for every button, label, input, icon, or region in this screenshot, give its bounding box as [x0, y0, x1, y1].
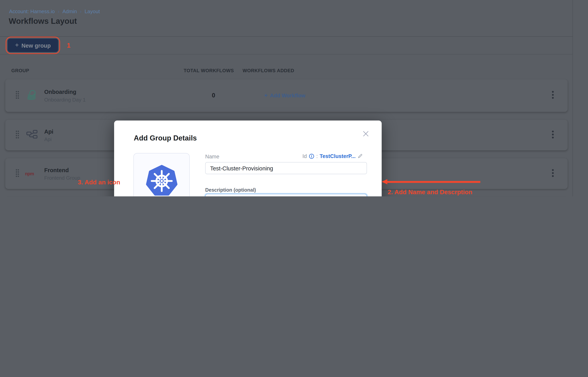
group-subtitle: Frontend Group: [44, 175, 80, 181]
group-name-block: Api Api: [44, 128, 53, 142]
id-row: Id : TestClusterP...: [303, 153, 363, 159]
close-icon[interactable]: [363, 130, 370, 138]
annotation-arrow-shaft: [387, 181, 480, 183]
name-label: Name: [205, 153, 219, 160]
group-name-block: Frontend Frontend Group: [44, 167, 80, 181]
row-menu-icon[interactable]: [551, 169, 554, 178]
plus-icon: +: [264, 92, 268, 99]
group-name-block: Onboarding Onboarding Day 1: [44, 89, 86, 103]
group-name: Onboarding: [44, 89, 86, 95]
add-workflow-link[interactable]: + Add Workflow: [264, 92, 306, 99]
annotation-step2: 2. Add Name and Descrption: [388, 188, 472, 196]
breadcrumb-account-link[interactable]: Account: Harness.io: [9, 9, 55, 14]
row-menu-icon[interactable]: [551, 130, 554, 140]
id-label: Id: [303, 153, 307, 159]
annotation-step3: 3. Add an icon: [78, 179, 120, 186]
right-panel-divider: [572, 0, 573, 196]
page-title: Workflows Layout: [9, 17, 77, 25]
breadcrumb-separator: ›: [58, 9, 59, 14]
breadcrumb-layout-link[interactable]: Layout: [85, 9, 100, 14]
group-subtitle: Api: [44, 136, 53, 142]
toolbar-divider: [0, 54, 573, 55]
drag-handle-icon[interactable]: [15, 168, 20, 179]
description-label: Description (optional): [205, 187, 256, 193]
drag-handle-icon[interactable]: [15, 90, 20, 101]
annotation-step1: 1: [67, 42, 71, 49]
column-header-total-workflows: TOTAL WORKFLOWS: [184, 68, 234, 73]
table-row: Onboarding Onboarding Day 1 0 + Add Work…: [5, 79, 567, 112]
workflows-layout-page: Account: Harness.io › Admin › Layout Wor…: [0, 0, 588, 196]
breadcrumb-admin-link[interactable]: Admin: [62, 9, 77, 14]
sitemap-icon: [26, 128, 38, 142]
kubernetes-icon: [145, 165, 178, 196]
group-name-input[interactable]: [205, 162, 367, 174]
info-icon[interactable]: [309, 153, 315, 159]
onboarding-stack-icon: [26, 89, 38, 102]
annotation-highlight-box: [6, 36, 60, 54]
description-textarea[interactable]: Provision k8s clusters for development a…: [205, 194, 367, 196]
header-divider: [0, 36, 573, 36]
row-menu-icon[interactable]: [551, 91, 554, 101]
drag-handle-icon[interactable]: [15, 130, 20, 141]
add-group-details-modal: Add Group Details Change Icon Name Id: [114, 121, 382, 196]
id-value: TestClusterP...: [320, 153, 356, 159]
column-header-workflows-added: WORKFLOWS ADDED: [243, 68, 294, 73]
edit-id-pencil-icon[interactable]: [358, 153, 363, 159]
add-workflow-label: Add Workflow: [270, 93, 306, 99]
breadcrumb-separator: ›: [80, 9, 82, 14]
group-name: Api: [44, 128, 53, 135]
column-header-group: GROUP: [12, 68, 29, 73]
total-workflows-count: 0: [208, 92, 219, 99]
group-subtitle: Onboarding Day 1: [44, 97, 86, 103]
npm-icon: npm: [25, 171, 34, 176]
id-colon: :: [316, 153, 318, 159]
group-icon-preview[interactable]: [133, 153, 190, 196]
group-name: Frontend: [44, 167, 80, 173]
breadcrumb: Account: Harness.io › Admin › Layout: [9, 9, 100, 14]
modal-title: Add Group Details: [134, 134, 197, 142]
